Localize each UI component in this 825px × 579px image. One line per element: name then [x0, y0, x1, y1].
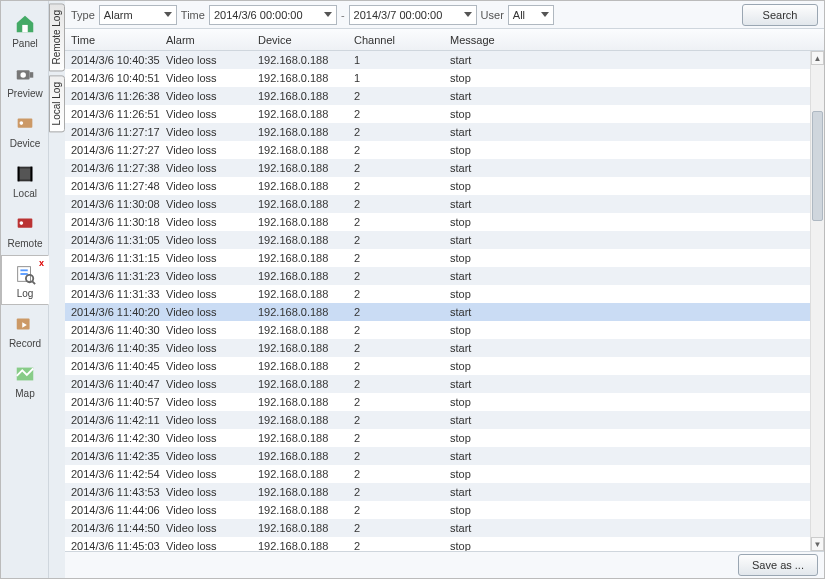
svg-line-16 [32, 281, 35, 284]
time-from-input[interactable]: 2014/3/6 00:00:00 [209, 5, 337, 25]
sidebar: PanelPreviewDeviceLocalRemotexLogRecordM… [1, 1, 49, 578]
table-row[interactable]: 2014/3/6 10:40:35Video loss192.168.0.188… [65, 51, 810, 69]
cell-channel: 2 [348, 285, 444, 303]
table-row[interactable]: 2014/3/6 11:27:27Video loss192.168.0.188… [65, 141, 810, 159]
table-row[interactable]: 2014/3/6 11:40:57Video loss192.168.0.188… [65, 393, 810, 411]
table-row[interactable]: 2014/3/6 11:42:11Video loss192.168.0.188… [65, 411, 810, 429]
sidebar-item-remote[interactable]: Remote [1, 205, 49, 255]
table-row[interactable]: 2014/3/6 11:44:50Video loss192.168.0.188… [65, 519, 810, 537]
table-row[interactable]: 2014/3/6 11:31:23Video loss192.168.0.188… [65, 267, 810, 285]
table-row[interactable]: 2014/3/6 11:27:17Video loss192.168.0.188… [65, 123, 810, 141]
col-channel[interactable]: Channel [348, 29, 444, 50]
table-row[interactable]: 2014/3/6 11:31:05Video loss192.168.0.188… [65, 231, 810, 249]
search-button[interactable]: Search [742, 4, 818, 26]
cell-channel: 2 [348, 411, 444, 429]
cell-time: 2014/3/6 11:26:38 [65, 87, 160, 105]
scroll-down-icon[interactable]: ▼ [811, 537, 824, 551]
table-row[interactable]: 2014/3/6 11:42:54Video loss192.168.0.188… [65, 465, 810, 483]
table-row[interactable]: 2014/3/6 11:40:47Video loss192.168.0.188… [65, 375, 810, 393]
table-row[interactable]: 2014/3/6 11:40:20Video loss192.168.0.188… [65, 303, 810, 321]
sidebar-item-label: Map [15, 388, 34, 399]
table-row[interactable]: 2014/3/6 11:42:35Video loss192.168.0.188… [65, 447, 810, 465]
vtab-local-log[interactable]: Local Log [49, 75, 65, 132]
sidebar-item-record[interactable]: Record [1, 305, 49, 355]
cell-channel: 2 [348, 303, 444, 321]
sidebar-item-local[interactable]: Local [1, 155, 49, 205]
cell-channel: 2 [348, 501, 444, 519]
table-row[interactable]: 2014/3/6 11:40:45Video loss192.168.0.188… [65, 357, 810, 375]
scroll-thumb[interactable] [812, 111, 823, 221]
sidebar-item-map[interactable]: Map [1, 355, 49, 405]
cell-alarm: Video loss [160, 141, 252, 159]
vtab-remote-log[interactable]: Remote Log [49, 3, 65, 71]
cell-time: 2014/3/6 11:40:30 [65, 321, 160, 339]
close-icon[interactable]: x [39, 258, 44, 268]
cell-channel: 2 [348, 393, 444, 411]
cell-device: 192.168.0.188 [252, 393, 348, 411]
cell-channel: 2 [348, 105, 444, 123]
col-time[interactable]: Time [65, 29, 160, 50]
cell-time: 2014/3/6 11:40:57 [65, 393, 160, 411]
table-row[interactable]: 2014/3/6 11:30:08Video loss192.168.0.188… [65, 195, 810, 213]
scroll-up-icon[interactable]: ▲ [811, 51, 824, 65]
svg-rect-3 [30, 72, 34, 78]
sidebar-item-label: Log [17, 288, 34, 299]
cell-message: start [444, 195, 810, 213]
table-row[interactable]: 2014/3/6 11:31:15Video loss192.168.0.188… [65, 249, 810, 267]
table-row[interactable]: 2014/3/6 11:42:30Video loss192.168.0.188… [65, 429, 810, 447]
cell-device: 192.168.0.188 [252, 483, 348, 501]
col-message[interactable]: Message [444, 29, 824, 50]
svg-rect-0 [22, 24, 28, 31]
cell-message: start [444, 123, 810, 141]
vertical-scrollbar[interactable]: ▲ ▼ [810, 51, 824, 551]
cell-channel: 1 [348, 51, 444, 69]
table-row[interactable]: 2014/3/6 11:26:51Video loss192.168.0.188… [65, 105, 810, 123]
table-row[interactable]: 2014/3/6 11:40:35Video loss192.168.0.188… [65, 339, 810, 357]
svg-point-2 [20, 72, 26, 78]
cell-channel: 2 [348, 123, 444, 141]
chevron-down-icon [324, 12, 332, 17]
cell-device: 192.168.0.188 [252, 87, 348, 105]
cell-device: 192.168.0.188 [252, 447, 348, 465]
table-row[interactable]: 2014/3/6 11:26:38Video loss192.168.0.188… [65, 87, 810, 105]
table-row[interactable]: 2014/3/6 11:31:33Video loss192.168.0.188… [65, 285, 810, 303]
sidebar-item-device[interactable]: Device [1, 105, 49, 155]
col-device[interactable]: Device [252, 29, 348, 50]
col-alarm[interactable]: Alarm [160, 29, 252, 50]
cell-device: 192.168.0.188 [252, 213, 348, 231]
cell-message: stop [444, 285, 810, 303]
cell-channel: 2 [348, 87, 444, 105]
table-row[interactable]: 2014/3/6 11:27:38Video loss192.168.0.188… [65, 159, 810, 177]
cell-alarm: Video loss [160, 51, 252, 69]
sidebar-item-preview[interactable]: Preview [1, 55, 49, 105]
table-row[interactable]: 2014/3/6 11:44:06Video loss192.168.0.188… [65, 501, 810, 519]
table-row[interactable]: 2014/3/6 11:30:18Video loss192.168.0.188… [65, 213, 810, 231]
table-row[interactable]: 2014/3/6 11:27:48Video loss192.168.0.188… [65, 177, 810, 195]
map-icon [13, 362, 37, 386]
table-row[interactable]: 2014/3/6 11:40:30Video loss192.168.0.188… [65, 321, 810, 339]
svg-point-5 [20, 121, 24, 125]
home-icon [13, 12, 37, 36]
cell-alarm: Video loss [160, 339, 252, 357]
sidebar-item-label: Local [13, 188, 37, 199]
cell-device: 192.168.0.188 [252, 375, 348, 393]
cell-message: stop [444, 249, 810, 267]
table-row[interactable]: 2014/3/6 11:45:03Video loss192.168.0.188… [65, 537, 810, 551]
time-from-value: 2014/3/6 00:00:00 [214, 9, 303, 21]
cell-device: 192.168.0.188 [252, 267, 348, 285]
type-combo[interactable]: Alarm [99, 5, 177, 25]
time-to-input[interactable]: 2014/3/7 00:00:00 [349, 5, 477, 25]
table-body[interactable]: 2014/3/6 10:40:35Video loss192.168.0.188… [65, 51, 810, 551]
cell-channel: 2 [348, 375, 444, 393]
table-row[interactable]: 2014/3/6 10:40:51Video loss192.168.0.188… [65, 69, 810, 87]
save-as-button[interactable]: Save as ... [738, 554, 818, 576]
user-combo[interactable]: All [508, 5, 554, 25]
sidebar-item-panel[interactable]: Panel [1, 5, 49, 55]
cell-channel: 2 [348, 267, 444, 285]
table-row[interactable]: 2014/3/6 11:43:53Video loss192.168.0.188… [65, 483, 810, 501]
cell-time: 2014/3/6 10:40:51 [65, 69, 160, 87]
sidebar-item-log[interactable]: xLog [1, 255, 49, 305]
cell-message: start [444, 159, 810, 177]
cell-device: 192.168.0.188 [252, 411, 348, 429]
chevron-down-icon [464, 12, 472, 17]
